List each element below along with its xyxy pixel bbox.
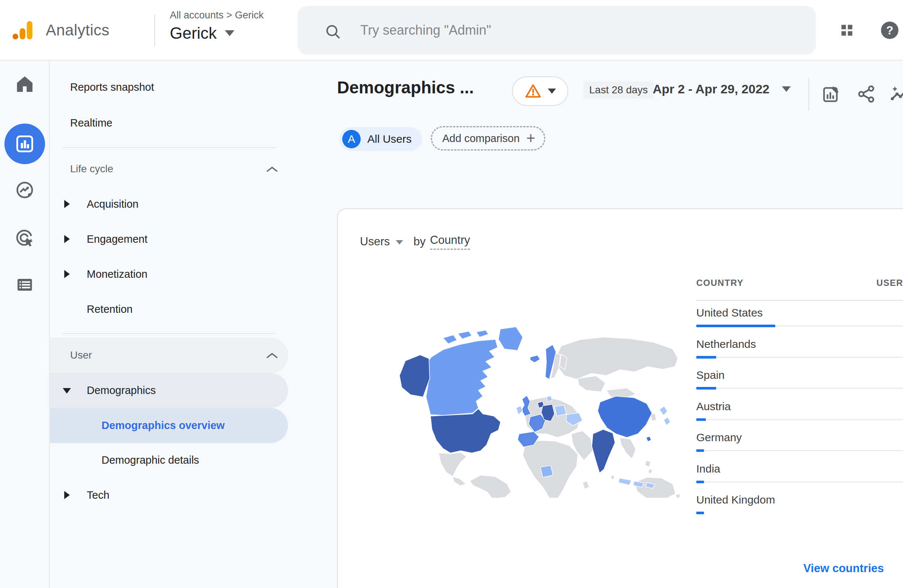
nav-item-demographic-details[interactable]: Demographic details xyxy=(50,443,288,477)
map-region-central-america xyxy=(453,477,466,486)
map-region-nigeria xyxy=(540,466,553,477)
rail-item-reports[interactable] xyxy=(0,124,49,164)
country-table: COUNTRY USERS United States Netherlands … xyxy=(696,278,903,519)
table-row[interactable]: Austria xyxy=(696,394,903,426)
bar-track xyxy=(696,419,903,420)
users-bar xyxy=(696,387,716,390)
page-title: Demographics ... xyxy=(337,77,474,97)
top-app-bar: Analytics All accounts > Gerick Gerick ? xyxy=(0,0,903,61)
by-label: by xyxy=(414,235,426,248)
nav-item-engagement[interactable]: Engagement xyxy=(50,222,288,256)
map-region-poland xyxy=(554,405,566,416)
expand-down-icon xyxy=(63,388,71,394)
customize-report-button[interactable] xyxy=(821,84,841,104)
map-region-alaska xyxy=(400,355,430,397)
help-icon: ? xyxy=(880,20,900,40)
rail-item-library[interactable] xyxy=(0,275,49,294)
help-button[interactable]: ? xyxy=(880,20,900,40)
expand-right-icon xyxy=(64,270,70,278)
customize-report-icon xyxy=(821,84,841,104)
bar-track xyxy=(696,450,903,451)
column-header-users[interactable]: USERS xyxy=(876,278,903,288)
apps-grid-button[interactable] xyxy=(839,22,855,38)
plus-icon: + xyxy=(527,130,536,146)
nav-item-monetization[interactable]: Monetization xyxy=(50,257,288,292)
search-input[interactable] xyxy=(297,6,816,55)
nav-divider xyxy=(62,147,276,148)
account-name: Gerick xyxy=(170,24,217,42)
map-region-south-america xyxy=(470,475,511,498)
nav-item-retention[interactable]: Retention xyxy=(50,292,288,326)
report-nav: Reports snapshot Realtime Life cycle Acq… xyxy=(50,61,335,588)
map-region-united-states xyxy=(431,409,500,453)
account-switcher[interactable]: All accounts > Gerick Gerick xyxy=(170,9,264,42)
table-row[interactable]: United Kingdom xyxy=(696,488,903,519)
map-region-canada-arctic xyxy=(476,330,488,337)
advertising-target-icon xyxy=(14,227,35,248)
users-bar xyxy=(696,418,706,421)
map-region-new-zealand xyxy=(676,494,680,498)
nav-item-demographics[interactable]: Demographics xyxy=(50,373,288,408)
table-row[interactable]: Spain xyxy=(696,363,903,394)
map-region-indochina xyxy=(620,437,636,459)
google-analytics-logo-icon xyxy=(10,18,35,42)
icon-rail xyxy=(0,61,49,588)
library-list-icon xyxy=(15,275,34,294)
table-row[interactable]: United States xyxy=(696,301,903,332)
all-users-chip[interactable]: A All Users xyxy=(339,127,422,151)
chevron-up-icon xyxy=(266,352,278,359)
map-region-canada xyxy=(424,339,498,416)
data-quality-dropdown[interactable] xyxy=(512,76,568,106)
rail-item-home[interactable] xyxy=(0,74,49,94)
expand-right-icon xyxy=(64,491,70,499)
rail-item-advertising[interactable] xyxy=(0,227,49,248)
bar-track xyxy=(696,357,903,358)
map-region-taiwan xyxy=(646,436,651,442)
svg-text:?: ? xyxy=(886,24,893,37)
table-row[interactable]: Germany xyxy=(696,425,903,457)
nav-item-acquisition[interactable]: Acquisition xyxy=(50,187,288,221)
nav-item-reports-snapshot[interactable]: Reports snapshot xyxy=(50,70,288,104)
table-row[interactable]: Netherlands xyxy=(696,332,903,363)
nav-section-life-cycle[interactable]: Life cycle xyxy=(50,152,288,186)
map-region-ireland xyxy=(516,406,523,415)
rail-item-explore[interactable] xyxy=(0,180,49,200)
world-map[interactable] xyxy=(388,323,680,498)
map-region-canada-arctic xyxy=(458,331,472,339)
map-region-sri-lanka xyxy=(610,475,615,480)
search-bar[interactable] xyxy=(297,6,816,55)
map-region-india xyxy=(592,430,615,473)
map-region-indonesia xyxy=(618,478,631,485)
bar-track xyxy=(696,388,903,389)
map-region-canada-arctic xyxy=(443,335,457,344)
share-button[interactable] xyxy=(856,84,876,104)
chevron-down-icon xyxy=(225,30,234,36)
view-countries-link[interactable]: View countries xyxy=(803,562,884,575)
table-row[interactable]: India xyxy=(696,457,903,488)
nav-item-realtime[interactable]: Realtime xyxy=(50,105,288,140)
reports-bar-chart-icon xyxy=(14,133,35,155)
nav-section-user[interactable]: User xyxy=(50,337,288,373)
nav-item-demographics-overview[interactable]: Demographics overview xyxy=(50,408,288,443)
apps-grid-icon xyxy=(839,22,855,38)
date-range-picker[interactable]: Apr 2 - Apr 29, 2022 xyxy=(653,82,791,96)
insights-button[interactable] xyxy=(890,84,903,104)
table-header-row: COUNTRY USERS xyxy=(696,278,903,300)
map-region-russia xyxy=(555,337,678,379)
chevron-up-icon xyxy=(266,166,278,172)
dimension-selector[interactable]: Country xyxy=(430,234,470,250)
map-region-japan xyxy=(664,417,670,425)
expand-right-icon xyxy=(64,235,70,243)
metric-selector[interactable]: Users xyxy=(360,235,403,248)
audience-avatar: A xyxy=(342,130,361,148)
column-header-country[interactable]: COUNTRY xyxy=(696,278,744,288)
add-comparison-button[interactable]: Add comparison + xyxy=(431,126,545,151)
users-bar xyxy=(696,356,716,359)
nav-item-tech[interactable]: Tech xyxy=(50,478,288,513)
map-region-philippines xyxy=(645,460,650,467)
chevron-down-icon xyxy=(548,89,556,94)
analytics-brand[interactable]: Analytics xyxy=(10,0,110,61)
users-by-country-card: Users by Country xyxy=(337,209,903,588)
warning-icon xyxy=(524,82,542,100)
map-region-japan xyxy=(659,406,667,416)
